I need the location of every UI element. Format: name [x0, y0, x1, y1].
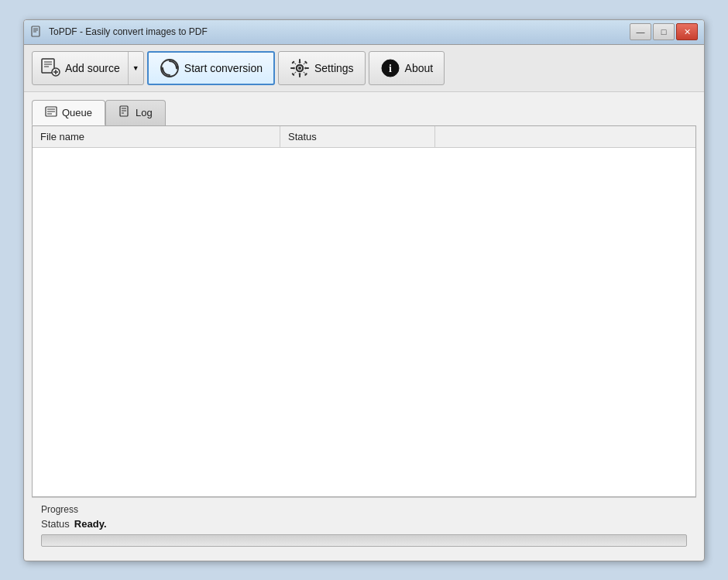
svg-rect-18	[299, 74, 300, 77]
app-icon	[30, 26, 43, 38]
start-conversion-button[interactable]: Start conversion	[147, 51, 275, 85]
add-source-icon	[40, 57, 60, 79]
log-icon	[118, 105, 131, 120]
minimize-button[interactable]: —	[630, 23, 651, 40]
progress-label: Progress	[41, 504, 687, 515]
about-label: About	[405, 62, 434, 74]
close-button[interactable]: ✕	[676, 23, 698, 40]
add-source-button[interactable]: Add source ▼	[32, 51, 144, 85]
svg-text:i: i	[389, 63, 392, 74]
table-header: File name Status	[33, 126, 695, 148]
about-button[interactable]: i About	[369, 51, 445, 85]
tab-bar: Queue Log	[32, 100, 696, 125]
settings-icon	[290, 58, 310, 78]
tab-queue-label: Queue	[62, 107, 92, 118]
settings-label: Settings	[314, 62, 354, 74]
add-source-main: Add source	[33, 52, 128, 84]
svg-point-16	[298, 67, 301, 70]
table-body	[33, 148, 695, 496]
title-bar-left: ToPDF - Easily convert images to PDF	[30, 26, 208, 38]
svg-rect-19	[290, 67, 294, 69]
window-controls: — □ ✕	[630, 23, 698, 40]
queue-icon	[45, 105, 57, 120]
svg-rect-21	[291, 60, 294, 63]
status-bar: Progress Status Ready.	[32, 497, 696, 553]
status-row: Status Ready.	[41, 518, 687, 530]
svg-rect-23	[291, 72, 294, 75]
file-table: File name Status	[32, 125, 696, 497]
content-area: Queue Log File name Status	[24, 92, 704, 561]
app-window: ToPDF - Easily convert images to PDF — □…	[23, 19, 705, 561]
status-value: Ready.	[74, 518, 107, 530]
add-source-label: Add source	[65, 62, 120, 74]
tab-log-label: Log	[136, 107, 153, 118]
settings-button[interactable]: Settings	[278, 51, 366, 85]
window-title: ToPDF - Easily convert images to PDF	[49, 26, 208, 37]
maximize-button[interactable]: □	[653, 23, 675, 40]
status-label: Status	[41, 518, 70, 530]
tab-queue[interactable]: Queue	[32, 100, 105, 125]
col-filename: File name	[33, 126, 280, 147]
start-conversion-icon	[160, 58, 180, 78]
tab-log[interactable]: Log	[105, 100, 166, 125]
svg-point-11	[161, 60, 178, 77]
toolbar: Add source ▼ Start conversion	[24, 45, 704, 92]
about-icon: i	[380, 58, 400, 78]
start-conversion-label: Start conversion	[184, 62, 263, 74]
add-source-dropdown-arrow[interactable]: ▼	[128, 52, 143, 84]
title-bar: ToPDF - Easily convert images to PDF — □…	[24, 20, 704, 45]
svg-rect-20	[306, 67, 309, 69]
svg-rect-22	[304, 60, 307, 63]
svg-rect-17	[299, 59, 300, 62]
col-extra	[435, 126, 695, 147]
col-status: Status	[280, 126, 435, 147]
progress-bar	[41, 534, 687, 547]
